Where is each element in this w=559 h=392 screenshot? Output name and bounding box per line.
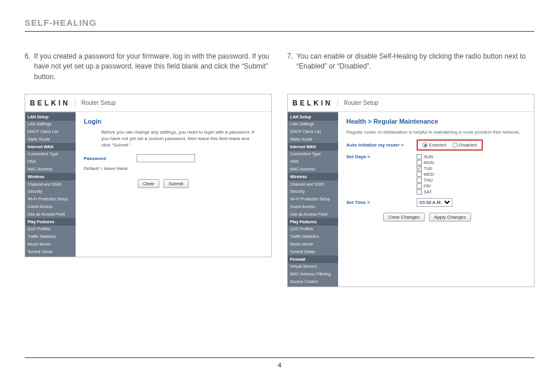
sidebar-header: Wireless xyxy=(288,173,338,180)
router-setup-label: Router Setup xyxy=(344,100,379,106)
sidebar-header: LAN Setup xyxy=(288,113,338,121)
day-label: SUN xyxy=(424,154,433,159)
radio-icon xyxy=(422,142,428,148)
login-description: Before you can change any settings, you … xyxy=(101,129,260,148)
clear-changes-button[interactable]: Clear Changes xyxy=(383,213,425,221)
screenshot-header: BELKIN Router Setup xyxy=(25,94,271,112)
page-number: 4 xyxy=(278,362,281,369)
step-text: You can enable or disable Self-Healing b… xyxy=(296,52,534,83)
column-right: 7. You can enable or disable Self-Healin… xyxy=(287,52,534,287)
time-select[interactable]: 03:30 A.M. xyxy=(417,198,452,207)
sidebar-item[interactable]: Torrent Genie xyxy=(25,248,76,255)
sidebar-item[interactable]: Static Route xyxy=(288,135,338,143)
brand-logo: BELKIN xyxy=(292,99,338,107)
sidebar-item[interactable]: Music Mover xyxy=(25,241,76,248)
apply-changes-button[interactable]: Apply Changes xyxy=(429,213,471,221)
sidebar: LAN SetupLAN SettingsDHCP Client ListSta… xyxy=(25,112,76,257)
sidebar-item[interactable]: Guest Access xyxy=(25,203,76,211)
sidebar-header: LAN Setup xyxy=(25,113,76,121)
sidebar-header: Play Features xyxy=(25,218,76,226)
sidebar-item[interactable]: Connection Type xyxy=(25,151,76,158)
footer: 4 xyxy=(25,357,534,369)
sidebar-item[interactable]: Torrent Genie xyxy=(288,248,338,255)
sidebar-item[interactable]: DNS xyxy=(25,158,76,166)
divider xyxy=(25,31,534,32)
set-time-row: Set Time > 03:30 A.M. xyxy=(346,198,526,207)
sidebar-item[interactable]: Use as Access Point xyxy=(288,210,338,218)
day-checkbox[interactable]: WED xyxy=(417,172,434,177)
clear-button[interactable]: Clear xyxy=(138,179,159,188)
enabled-option[interactable]: Enabled xyxy=(422,142,446,148)
sidebar-item[interactable]: Guest Access xyxy=(288,203,338,211)
screenshot-self-healing: BELKIN Router Setup LAN SetupLAN Setting… xyxy=(287,94,534,287)
sidebar-item[interactable]: QoS Profiles xyxy=(25,226,76,233)
step-text: If you created a password for your firmw… xyxy=(34,52,272,83)
sidebar-item[interactable]: Channel and SSID xyxy=(25,180,76,188)
day-checkbox[interactable]: TUE xyxy=(417,166,434,171)
set-days-label: Set Days > xyxy=(346,154,417,159)
sidebar-item[interactable]: DNS xyxy=(288,158,338,166)
sidebar-item[interactable]: Connection Type xyxy=(288,151,338,158)
sidebar-item[interactable]: Wi-Fi Protected Setup xyxy=(25,196,76,203)
sidebar-header: Internet WAN xyxy=(288,143,338,151)
sidebar-item[interactable]: Security xyxy=(25,188,76,196)
step-6: 6. If you created a password for your fi… xyxy=(25,52,272,83)
sidebar-item[interactable]: Virtual Servers xyxy=(288,263,338,271)
hint-text: Default = leave blank xyxy=(84,166,137,171)
days-list: SUNMONTUEWEDTHUFRISAT xyxy=(417,154,434,195)
radio-icon xyxy=(452,142,458,148)
day-label: TUE xyxy=(424,166,432,171)
content-description: Regular router re-initialization is help… xyxy=(346,129,526,135)
button-row: Clear Submit xyxy=(137,179,263,188)
screenshot-login: BELKIN Router Setup LAN SetupLAN Setting… xyxy=(25,94,272,257)
checkbox-icon xyxy=(417,166,422,171)
sidebar-item[interactable]: Music Mover xyxy=(288,241,338,248)
brand-logo: BELKIN xyxy=(30,99,76,107)
checkbox-icon xyxy=(417,183,422,189)
sidebar-item[interactable]: MAC Address Filtering xyxy=(288,271,338,278)
checkbox-icon xyxy=(417,154,422,159)
sidebar-item[interactable]: LAN Settings xyxy=(25,121,76,128)
sidebar-header: Firewall xyxy=(288,255,338,263)
disabled-option[interactable]: Disabled xyxy=(452,142,477,148)
day-label: MON xyxy=(424,160,434,165)
sidebar-item[interactable]: MAC Address xyxy=(25,166,76,173)
day-checkbox[interactable]: SUN xyxy=(417,154,434,159)
sidebar-item[interactable]: Use as Access Point xyxy=(25,210,76,218)
router-setup-label: Router Setup xyxy=(81,100,116,106)
password-input[interactable] xyxy=(137,154,195,162)
sidebar-item[interactable]: Traffic Statistics xyxy=(25,233,76,241)
day-label: WED xyxy=(424,172,434,177)
submit-button[interactable]: Submit xyxy=(163,179,189,188)
disabled-label: Disabled xyxy=(459,142,477,148)
day-checkbox[interactable]: FRI xyxy=(417,183,434,189)
screenshot-header: BELKIN Router Setup xyxy=(288,94,534,112)
button-row: Clear Changes Apply Changes xyxy=(346,213,526,221)
sidebar-item[interactable]: DHCP Client List xyxy=(288,128,338,136)
sidebar-item[interactable]: Traffic Statistics xyxy=(288,233,338,241)
day-label: THU xyxy=(424,178,432,183)
sidebar-item[interactable]: Security xyxy=(288,188,338,196)
step-7: 7. You can enable or disable Self-Healin… xyxy=(287,52,534,83)
day-checkbox[interactable]: MON xyxy=(417,160,434,165)
day-label: FRI xyxy=(424,183,431,189)
sidebar-item[interactable]: Wi-Fi Protected Setup xyxy=(288,196,338,203)
content-area: Health > Regular Maintenance Regular rou… xyxy=(338,112,534,287)
sidebar-item[interactable]: DHCP Client List xyxy=(25,128,76,136)
day-checkbox[interactable]: SAT xyxy=(417,189,434,195)
sidebar-item[interactable]: MAC Address xyxy=(288,166,338,173)
sidebar-header: Internet WAN xyxy=(25,143,76,151)
content-title: Health > Regular Maintenance xyxy=(346,118,526,125)
checkbox-icon xyxy=(417,172,422,177)
sidebar-item[interactable]: LAN Settings xyxy=(288,121,338,128)
sidebar-item[interactable]: Access Control xyxy=(288,278,338,286)
checkbox-icon xyxy=(417,178,422,183)
auto-init-label: Auto initialize my router > xyxy=(346,142,417,148)
sidebar-header: Play Features xyxy=(288,218,338,226)
sidebar: LAN SetupLAN SettingsDHCP Client ListSta… xyxy=(288,112,338,287)
enabled-label: Enabled xyxy=(429,142,446,148)
sidebar-item[interactable]: Static Route xyxy=(25,135,76,143)
sidebar-item[interactable]: QoS Profiles xyxy=(288,226,338,233)
sidebar-item[interactable]: Channel and SSID xyxy=(288,180,338,188)
day-checkbox[interactable]: THU xyxy=(417,178,434,183)
